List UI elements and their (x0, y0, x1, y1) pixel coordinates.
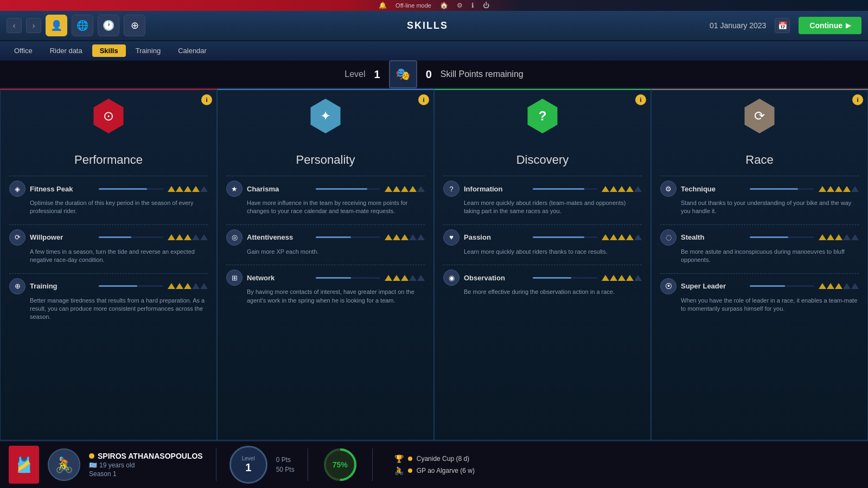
globe-nav-icon[interactable]: ⊕ (124, 15, 145, 36)
gear-icon: ⚙ (457, 2, 463, 9)
pts-total: 50 Pts (276, 466, 295, 473)
willpower-desc: A few times in a season, turn the tide a… (30, 248, 208, 265)
race-2-label: GP ao Algarve (6 w) (417, 467, 475, 474)
training-skill: ⊕ Training Better manage tiredness that … (9, 278, 208, 324)
race-title: Race (660, 153, 859, 167)
rider-season: Season 1 (89, 470, 203, 478)
fitness-peak-desc: Optimise the duration of this key period… (30, 199, 208, 216)
training-desc: Better manage tiredness that results fro… (30, 297, 208, 322)
rider-shirt: 🎽 (9, 446, 39, 484)
rider-avatar: 🚴 (48, 448, 80, 481)
rider-info: SPIROS ATHANASOPOULOS 🇬🇷 19 years old Se… (89, 452, 203, 478)
progress-circle: 75% (321, 446, 359, 484)
attentiveness-mountains (385, 234, 425, 240)
tab-office[interactable]: Office (7, 44, 40, 57)
information-desc: Learn more quickly about riders (team-ma… (464, 199, 642, 216)
willpower-icon: ⟳ (9, 229, 25, 246)
level-value: 1 (374, 68, 380, 81)
training-icon: ⊕ (9, 278, 25, 294)
technique-mountains (819, 186, 859, 192)
attentiveness-name: Attentiveness (247, 233, 311, 241)
race-item-2: 🚴 GP ao Algarve (6 w) (394, 466, 475, 475)
passion-skill: ♥ Passion Learn more quickly about rider… (443, 229, 642, 258)
performance-divider (9, 176, 208, 176)
observation-skill: ◉ Observation Be more effective during t… (443, 269, 642, 298)
performance-title: Performance (9, 153, 208, 167)
race-item-1: 🏆 Cyanide Cup (8 d) (394, 454, 475, 463)
discovery-info-icon[interactable]: i (635, 94, 646, 105)
willpower-skill: ⟳ Willpower A few times in a season, tur… (9, 229, 208, 267)
nav-back-button[interactable]: ‹ (7, 18, 22, 33)
calendar-icon-btn[interactable]: 📅 (775, 18, 790, 33)
player-avatar: 🎭 (389, 60, 417, 88)
rider-nav-icon[interactable]: 👤 (46, 15, 67, 36)
network-name: Network (247, 274, 311, 282)
willpower-mountains (168, 234, 208, 240)
progress-label: 75% (333, 460, 348, 469)
bell-icon: 🔔 (379, 2, 387, 9)
stealth-desc: Be more astute and inconspicuous during … (681, 248, 859, 265)
nav-forward-button[interactable]: › (26, 18, 41, 33)
technique-name: Technique (681, 185, 745, 193)
world-nav-icon[interactable]: 🌐 (72, 15, 93, 36)
training-mountains (168, 283, 208, 289)
mode-label: Off-line mode (395, 2, 431, 9)
race-2-gold-dot (408, 468, 412, 473)
passion-mountains (602, 234, 642, 240)
tab-skills[interactable]: Skills (92, 44, 126, 57)
charisma-skill: ★ Charisma Have more influence in the te… (226, 181, 425, 218)
date-display: 01 January 2023 (710, 21, 766, 30)
discovery-card: ? i Discovery ? Information Learn more q… (434, 89, 651, 440)
charisma-name: Charisma (247, 185, 311, 193)
fitness-peak-skill: ◈ Fitness Peak Optimise the duration of … (9, 181, 208, 218)
super-leader-icon: ⦿ (660, 278, 676, 294)
willpower-name: Willpower (30, 233, 94, 241)
technique-icon: ⚙ (660, 181, 676, 197)
observation-desc: Be more effective during the observation… (464, 288, 642, 296)
discovery-title: Discovery (443, 153, 642, 167)
personality-hex-icon: ✦ (308, 99, 343, 133)
charisma-mountains (385, 186, 425, 192)
technique-skill: ⚙ Technique Stand out thanks to your und… (660, 181, 859, 218)
race-1-gold-dot (408, 457, 412, 461)
race-card: ⟳ i Race ⚙ Technique Stand out thanks to… (651, 89, 868, 440)
tab-rider-data[interactable]: Rider data (42, 44, 90, 57)
tab-training[interactable]: Training (128, 44, 168, 57)
personality-info-icon[interactable]: i (418, 94, 429, 105)
super-leader-mountains (819, 283, 859, 289)
tab-calendar[interactable]: Calendar (170, 44, 214, 57)
top-bar: 🔔 Off-line mode 🏠 ⚙ ℹ ⏻ (0, 0, 868, 11)
clock-nav-icon[interactable]: 🕐 (98, 15, 119, 36)
continue-button[interactable]: Continue (799, 17, 861, 34)
races-info: 🏆 Cyanide Cup (8 d) 🚴 GP ao Algarve (6 w… (394, 454, 475, 475)
passion-icon: ♥ (443, 229, 459, 246)
fitness-peak-mountains (168, 186, 208, 192)
super-leader-desc: When you have the role of leader in a ra… (681, 297, 859, 313)
passion-desc: Learn more quickly about riders thanks t… (464, 248, 642, 256)
rider-age: 19 years old (99, 461, 135, 469)
race-info-icon[interactable]: i (852, 94, 863, 105)
network-skill: ⊞ Network By having more contacts of int… (226, 269, 425, 307)
network-desc: By having more contacts of interest, hav… (247, 288, 425, 305)
performance-card: ⊙ i Performance ◈ Fitness Peak Optimise … (0, 89, 217, 440)
attentiveness-icon: ◎ (226, 229, 242, 246)
cycling-icon: 🚴 (394, 466, 404, 475)
charisma-desc: Have more influence in the team by recei… (247, 199, 425, 216)
technique-desc: Stand out thanks to your understanding o… (681, 199, 859, 216)
personality-title: Personality (226, 153, 425, 167)
performance-info-icon[interactable]: i (201, 94, 212, 105)
passion-name: Passion (464, 233, 528, 241)
sub-nav: Office Rider data Skills Training Calend… (0, 41, 868, 61)
stealth-name: Stealth (681, 233, 745, 241)
stealth-mountains (819, 234, 859, 240)
trophy-icon: 🏆 (394, 454, 404, 463)
level-circle-label: Level (242, 455, 255, 461)
information-skill: ? Information Learn more quickly about r… (443, 181, 642, 218)
pts-current: 0 Pts (276, 456, 295, 464)
nav-bar: ‹ › 👤 🌐 🕐 ⊕ SKILLS 01 January 2023 📅 Con… (0, 11, 868, 41)
fitness-peak-icon: ◈ (9, 181, 25, 197)
main-content: ⊙ i Performance ◈ Fitness Peak Optimise … (0, 89, 868, 440)
power-icon: ⏻ (483, 2, 489, 9)
super-leader-skill: ⦿ Super Leader When you have the role of… (660, 278, 859, 316)
stealth-skill: ◌ Stealth Be more astute and inconspicuo… (660, 229, 859, 267)
